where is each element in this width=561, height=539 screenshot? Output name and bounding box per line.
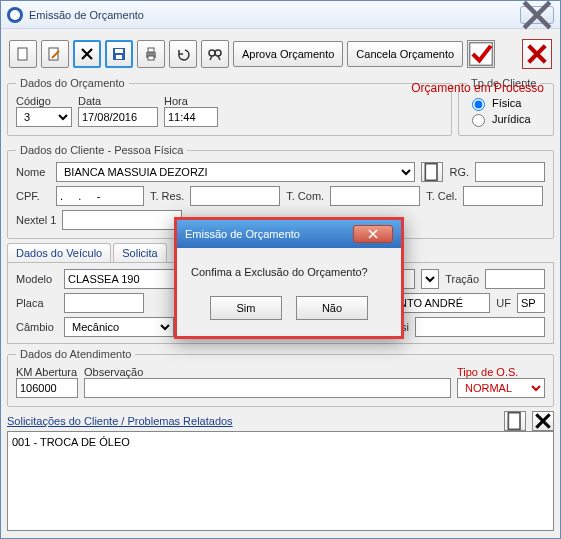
tres-label: T. Res. xyxy=(150,190,184,202)
placa-input[interactable] xyxy=(64,293,144,313)
tcom-input[interactable] xyxy=(330,186,420,206)
sol-remove-button[interactable] xyxy=(532,411,554,431)
modelo-drop[interactable] xyxy=(421,269,439,289)
svg-rect-0 xyxy=(18,48,27,60)
print-button[interactable] xyxy=(137,40,165,68)
fisica-label: Física xyxy=(492,97,521,109)
fisica-radio[interactable] xyxy=(472,98,485,111)
window-title: Emissão de Orçamento xyxy=(29,9,520,21)
km-input[interactable] xyxy=(16,378,78,398)
juridica-label: Jurídica xyxy=(492,113,531,125)
sol-add-button[interactable] xyxy=(504,411,526,431)
dialog-titlebar: Emissão de Orçamento xyxy=(177,220,401,248)
cambio-label: Câmbio xyxy=(16,321,58,333)
dialog-message: Confima a Exclusão do Orçamento? xyxy=(177,248,401,286)
svg-rect-11 xyxy=(426,164,438,181)
data-label: Data xyxy=(78,95,101,107)
svg-rect-6 xyxy=(148,48,154,52)
tcel-input[interactable] xyxy=(463,186,543,206)
codigo-label: Código xyxy=(16,95,51,107)
close-form-button[interactable] xyxy=(522,39,552,69)
rg-input[interactable] xyxy=(475,162,545,182)
rg-label: RG. xyxy=(449,166,469,178)
dialog-close-button[interactable] xyxy=(353,225,393,243)
approve-button[interactable]: Aprova Orçamento xyxy=(233,41,343,67)
tres-input[interactable] xyxy=(190,186,280,206)
undo-button[interactable] xyxy=(169,40,197,68)
nome-label: Nome xyxy=(16,166,50,178)
hora-input[interactable] xyxy=(164,107,218,127)
nome-lookup-button[interactable] xyxy=(421,162,443,182)
dialog-title: Emissão de Orçamento xyxy=(185,228,300,240)
dialog-no-button[interactable]: Não xyxy=(296,296,368,320)
nome-select[interactable]: BIANCA MASSUIA DEZORZI xyxy=(56,162,415,182)
atendimento-legend: Dados do Atendimento xyxy=(16,348,135,360)
codigo-select[interactable]: 3 xyxy=(16,107,72,127)
confirm-dialog: Emissão de Orçamento Confima a Exclusão … xyxy=(174,217,404,339)
tcel-label: T. Cel. xyxy=(426,190,457,202)
solicitacoes-label: Solicitações do Cliente / Problemas Rela… xyxy=(7,415,233,427)
main-window: Emissão de Orçamento Aprova Orçamento Ca… xyxy=(0,0,561,539)
hora-label: Hora xyxy=(164,95,188,107)
uf-input[interactable] xyxy=(517,293,545,313)
dados-orcamento-legend: Dados do Orçamento xyxy=(16,77,129,89)
cambio-select[interactable]: Mecânico xyxy=(64,317,174,337)
juridica-radio[interactable] xyxy=(472,114,485,127)
app-icon xyxy=(7,7,23,23)
dialog-yes-button[interactable]: Sim xyxy=(210,296,282,320)
obs-label: Observação xyxy=(84,366,143,378)
tracao-input[interactable] xyxy=(485,269,545,289)
delete-button[interactable] xyxy=(73,40,101,68)
search-button[interactable] xyxy=(201,40,229,68)
save-button[interactable] xyxy=(105,40,133,68)
check-button[interactable] xyxy=(467,40,495,68)
edit-button[interactable] xyxy=(41,40,69,68)
atendimento-group: Dados do Atendimento KM Abertura Observa… xyxy=(7,348,554,407)
tab-solicit[interactable]: Solicita xyxy=(113,243,166,262)
solicitacao-item: 001 - TROCA DE ÓLEO xyxy=(12,436,549,448)
obs-input[interactable] xyxy=(84,378,451,398)
new-button[interactable] xyxy=(9,40,37,68)
window-close-button[interactable] xyxy=(520,6,554,24)
data-input[interactable] xyxy=(78,107,158,127)
tcom-label: T. Com. xyxy=(286,190,324,202)
tab-veiculo[interactable]: Dados do Veículo xyxy=(7,243,111,262)
svg-point-9 xyxy=(215,50,221,56)
cancel-budget-button[interactable]: Cancela Orçamento xyxy=(347,41,463,67)
chassi-input[interactable] xyxy=(415,317,545,337)
dados-orcamento-group: Dados do Orçamento Código 3 Data Hora xyxy=(7,77,452,136)
svg-point-8 xyxy=(209,50,215,56)
status-text: Orçamento em Processo xyxy=(411,81,544,95)
svg-rect-12 xyxy=(508,413,520,430)
titlebar: Emissão de Orçamento xyxy=(1,1,560,29)
uf-label: UF xyxy=(496,297,511,309)
placa-label: Placa xyxy=(16,297,58,309)
svg-rect-3 xyxy=(115,49,123,53)
tracao-label: Tração xyxy=(445,273,479,285)
tipo-os-label: Tipo de O.S. xyxy=(457,366,518,378)
cpf-input[interactable] xyxy=(56,186,144,206)
km-label: KM Abertura xyxy=(16,366,77,378)
toolbar: Aprova Orçamento Cancela Orçamento xyxy=(7,35,554,73)
svg-rect-4 xyxy=(116,55,122,59)
solicitacoes-area[interactable]: 001 - TROCA DE ÓLEO xyxy=(7,431,554,531)
modelo-label: Modelo xyxy=(16,273,58,285)
dados-cliente-legend: Dados do Cliente - Pessoa Física xyxy=(16,144,187,156)
tipo-os-select[interactable]: NORMAL xyxy=(457,378,545,398)
nextel-label: Nextel 1 xyxy=(16,214,56,226)
cpf-label: CPF. xyxy=(16,190,50,202)
nextel-input[interactable] xyxy=(62,210,182,230)
svg-rect-7 xyxy=(148,56,154,60)
